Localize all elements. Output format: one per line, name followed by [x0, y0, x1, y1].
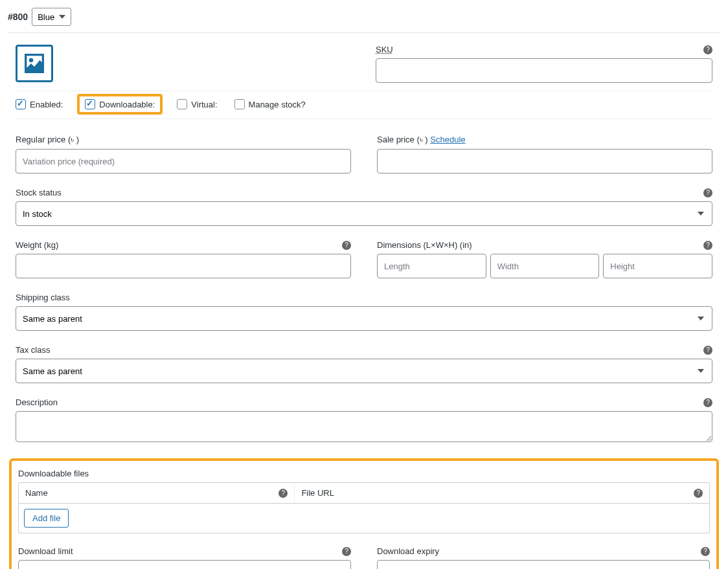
help-icon[interactable]: ? [342, 241, 351, 250]
weight-input[interactable] [16, 254, 351, 278]
enabled-label: Enabled: [30, 100, 63, 109]
help-icon[interactable]: ? [694, 489, 703, 498]
downloadable-checkbox[interactable] [85, 99, 95, 109]
help-icon[interactable]: ? [701, 547, 710, 556]
image-placeholder-icon [21, 50, 47, 76]
manage-stock-checkbox[interactable] [234, 99, 245, 109]
dimensions-label: Dimensions (L×W×H) (in) [377, 240, 472, 250]
download-expiry-label: Download expiry [377, 546, 439, 556]
width-input[interactable] [490, 254, 600, 278]
description-label: Description [16, 397, 58, 407]
th-url: File URL [301, 488, 334, 498]
download-expiry-input[interactable] [377, 560, 710, 569]
virtual-label: Virtual: [191, 100, 217, 109]
help-icon[interactable]: ? [703, 398, 712, 407]
help-icon[interactable]: ? [342, 547, 351, 556]
shipping-class-select[interactable]: Same as parent [16, 306, 712, 331]
manage-stock-checkbox-wrap[interactable]: Manage stock? [234, 99, 306, 109]
help-icon[interactable]: ? [703, 45, 712, 54]
variation-image-upload[interactable] [16, 45, 53, 82]
height-input[interactable] [603, 254, 712, 278]
tax-class-label: Tax class [16, 345, 50, 355]
sku-input[interactable] [376, 58, 712, 83]
help-icon[interactable]: ? [703, 241, 712, 250]
regular-price-label: Regular price (৳ ) [16, 135, 351, 145]
help-icon[interactable]: ? [703, 346, 712, 355]
stock-status-label: Stock status [16, 188, 62, 197]
help-icon[interactable]: ? [703, 188, 712, 197]
downloadable-files-table-header: Name ? File URL ? [18, 482, 710, 504]
tax-class-select[interactable]: Same as parent [16, 359, 712, 383]
sale-price-input[interactable] [377, 149, 712, 173]
manage-stock-label: Manage stock? [249, 100, 306, 109]
virtual-checkbox-wrap[interactable]: Virtual: [177, 99, 217, 109]
sku-label: SKU [376, 45, 393, 54]
sale-price-label: Sale price (৳ ) [377, 135, 428, 144]
th-name: Name [25, 488, 48, 498]
enabled-checkbox[interactable] [16, 99, 26, 109]
attribute-select[interactable]: Blue [32, 8, 71, 26]
downloadable-label: Downloadable: [99, 100, 155, 109]
schedule-link[interactable]: Schedule [430, 135, 465, 144]
weight-label: Weight (kg) [16, 240, 58, 250]
downloadable-files-label: Downloadable files [18, 469, 710, 478]
shipping-class-label: Shipping class [16, 293, 712, 302]
download-limit-input[interactable] [18, 560, 351, 569]
add-file-button[interactable]: Add file [24, 509, 69, 528]
description-textarea[interactable] [16, 411, 712, 442]
variation-id: #800 [8, 12, 28, 22]
stock-status-select[interactable]: In stock [16, 201, 712, 226]
length-input[interactable] [377, 254, 486, 278]
help-icon[interactable]: ? [279, 489, 288, 498]
enabled-checkbox-wrap[interactable]: Enabled: [16, 99, 63, 109]
virtual-checkbox[interactable] [177, 99, 187, 109]
downloadable-checkbox-wrap[interactable]: Downloadable: [85, 99, 155, 109]
download-limit-label: Download limit [18, 546, 73, 556]
regular-price-input[interactable] [16, 149, 351, 173]
